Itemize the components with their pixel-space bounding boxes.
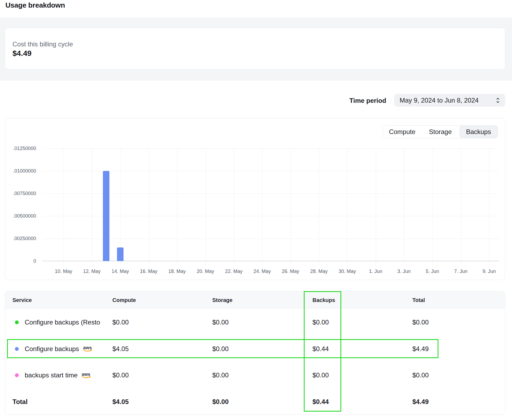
chart-gridline-v	[376, 148, 376, 265]
column-header-compute: Compute	[112, 291, 136, 309]
service-color-dot	[15, 373, 19, 377]
y-axis-tick-label: .01250000	[6, 145, 36, 152]
chart-gridline-v	[177, 148, 177, 265]
x-axis-tick-label: 26. May	[276, 268, 305, 275]
usage-chart-card: ComputeStorageBackups 0.00250000.0050000…	[5, 118, 505, 280]
chart-gridline-v	[432, 148, 433, 265]
table-row: Configure backupsaws$4.05$0.00$0.44$4.49	[5, 336, 505, 362]
cell-compute: $0.00	[112, 309, 129, 336]
total-label: Total	[12, 389, 28, 415]
aws-logo-text: aws	[82, 373, 90, 376]
chart-gridline-h	[42, 216, 499, 216]
table-row: backups start timeaws$0.00$0.00$0.00$0.0…	[5, 362, 505, 389]
chart-gridline-v	[489, 148, 489, 265]
cell-total: $0.00	[412, 309, 429, 336]
service-name: Configure backups	[25, 345, 79, 353]
aws-logo: aws	[81, 373, 91, 379]
x-axis-tick-label: 5. Jun	[418, 268, 447, 275]
x-axis-tick-label: 3. Jun	[389, 268, 419, 275]
tab-storage[interactable]: Storage	[421, 126, 460, 138]
chart-gridline-v	[262, 148, 263, 265]
x-axis-tick-label: 14. May	[105, 268, 135, 275]
usage-bar[interactable]	[117, 247, 124, 261]
aws-logo-text: aws	[83, 346, 92, 349]
x-axis-tick-label: 24. May	[247, 268, 277, 275]
tab-backups[interactable]: Backups	[459, 126, 498, 138]
usage-bar[interactable]	[103, 171, 109, 261]
cell-total: $0.00	[412, 362, 429, 389]
chart-gridline-v	[347, 148, 347, 265]
aws-logo: aws	[83, 346, 92, 352]
tab-compute[interactable]: Compute	[383, 126, 421, 138]
x-axis-tick-label: 20. May	[191, 268, 220, 275]
chart-x-axis-line	[42, 261, 499, 261]
y-axis-tick-label: .00250000	[6, 235, 36, 242]
x-axis-tick-label: 1. Jun	[361, 268, 391, 275]
time-period-value: May 9, 2024 to Jun 8, 2024	[400, 97, 479, 104]
cost-label: Cost this billing cycle	[12, 40, 73, 48]
column-header-backups: Backups	[312, 291, 335, 309]
total-storage: $0.00	[212, 389, 229, 415]
total-backups: $0.44	[312, 389, 329, 415]
cell-backups: $0.00	[312, 309, 329, 336]
cell-storage: $0.00	[212, 309, 229, 336]
x-axis-tick-label: 28. May	[304, 268, 334, 275]
page-title: Usage breakdown	[5, 1, 65, 9]
cell-storage: $0.00	[212, 362, 229, 389]
chart-gridline-v	[234, 148, 234, 265]
chart-gridline-v	[319, 148, 319, 265]
cost-value: $4.49	[12, 49, 31, 58]
cost-card: Cost this billing cycle $4.49	[5, 28, 505, 69]
table-header-row: ServiceComputeStorageBackupsTotal	[5, 291, 505, 309]
y-axis-tick-label: .00750000	[6, 190, 36, 197]
x-axis-tick-label: 30. May	[332, 268, 362, 275]
column-header-storage: Storage	[212, 291, 232, 309]
x-axis-tick-label: 22. May	[219, 268, 249, 275]
cell-compute: $4.05	[112, 336, 129, 362]
cell-compute: $0.00	[112, 362, 129, 389]
y-axis-tick-label: .00500000	[6, 213, 36, 219]
total-total: $4.49	[412, 389, 429, 415]
chart-gridline-v	[206, 148, 206, 265]
table-row: Configure backups (Resto$0.00$0.00$0.00$…	[5, 309, 505, 336]
service-cell: backups start timeaws	[25, 362, 91, 389]
service-cell: Configure backupsaws	[25, 336, 92, 362]
service-name: Configure backups (Resto	[25, 319, 100, 326]
service-cell: Configure backups (Resto	[25, 309, 100, 336]
x-axis-tick-label: 18. May	[162, 268, 192, 275]
cell-total: $4.49	[412, 336, 429, 362]
cell-backups: $0.00	[312, 362, 329, 389]
service-color-dot	[15, 320, 19, 324]
chart-gridline-v	[290, 148, 291, 265]
time-period-select[interactable]: May 9, 2024 to Jun 8, 2024	[394, 94, 505, 107]
x-axis-tick-label: 7. Jun	[446, 268, 476, 275]
table-total-row: Total$4.05$0.00$0.44$4.49	[5, 389, 505, 415]
chart-gridline-v	[461, 148, 461, 265]
aws-logo-smile	[83, 349, 92, 352]
chart-gridline-h	[42, 148, 499, 149]
column-header-total: Total	[412, 291, 425, 309]
time-period-label: Time period	[349, 97, 386, 105]
service-color-dot	[15, 347, 19, 351]
chart-gridline-v	[92, 148, 92, 265]
x-axis-tick-label: 10. May	[49, 268, 78, 275]
cell-backups: $0.44	[312, 336, 329, 362]
chevron-up-down-icon	[496, 97, 500, 104]
service-name: backups start time	[25, 371, 78, 379]
chart-gridline-h	[42, 171, 499, 171]
chart-gridline-v	[64, 148, 64, 265]
summary-band: Cost this billing cycle $4.49	[0, 18, 512, 81]
x-axis-tick-label: 12. May	[77, 268, 107, 275]
x-axis-tick-label: 16. May	[134, 268, 164, 275]
x-axis-tick-label: 9. Jun	[474, 268, 504, 275]
y-axis-tick-label: .01000000	[6, 168, 36, 174]
chart-gridline-h	[42, 238, 499, 239]
total-compute: $4.05	[112, 389, 129, 415]
column-header-service: Service	[12, 291, 32, 309]
aws-logo-smile	[81, 376, 91, 379]
y-axis-tick-label: 0	[6, 258, 36, 264]
chart-gridline-v	[404, 148, 404, 265]
cell-storage: $0.00	[212, 336, 229, 362]
chart-gridline-v	[149, 148, 149, 265]
usage-table-card: ServiceComputeStorageBackupsTotal Config…	[5, 291, 505, 415]
